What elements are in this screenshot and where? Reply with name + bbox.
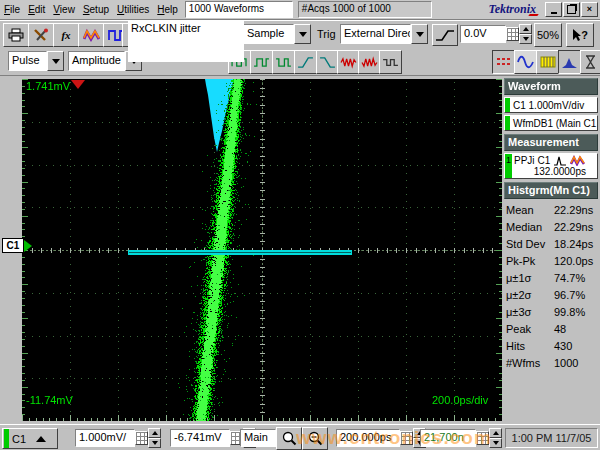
question-mark-icon: ? — [581, 29, 588, 41]
measure-pos-jitter-button[interactable] — [337, 50, 360, 74]
keypad-icon[interactable] — [400, 431, 413, 445]
step-up-button[interactable] — [148, 428, 161, 438]
stat-value: 99.8% — [554, 306, 585, 318]
step-up-button[interactable] — [489, 428, 502, 438]
waveform-icon — [83, 28, 100, 42]
close-button[interactable]: × — [581, 2, 598, 17]
measure-pos-width-button[interactable] — [250, 50, 273, 74]
stat-row: μ±1σ74.7% — [504, 269, 598, 286]
jitter-summary-icon — [382, 56, 399, 69]
step-down-button[interactable] — [489, 438, 502, 448]
horizontal-delay-group: 21,700n — [420, 429, 502, 447]
trigger-slope-button[interactable] — [432, 24, 458, 46]
tools-icon — [33, 28, 49, 42]
stat-value: 74.7% — [554, 272, 585, 284]
trigger-source-dropdown[interactable]: External Direct — [340, 24, 428, 44]
step-up-button[interactable] — [519, 24, 532, 34]
channel-marker[interactable]: C1 — [2, 238, 32, 253]
zoom-out-button[interactable] — [302, 427, 328, 450]
channel-select-button[interactable]: C1 — [2, 428, 58, 449]
measure-category-dropdown[interactable]: Pulse — [8, 51, 64, 71]
magnify-2-icon — [308, 431, 323, 446]
pos-jitter-icon — [340, 56, 357, 69]
waveform-panel-header: Waveform — [504, 78, 598, 95]
channel-marker-label: C1 — [2, 238, 24, 253]
measure-rise-time-button[interactable] — [294, 50, 317, 74]
measure-neg-jitter-button[interactable] — [358, 50, 381, 74]
keypad-icon[interactable] — [506, 27, 519, 41]
menu-utilities[interactable]: Utilities — [113, 2, 153, 17]
histogram-peak-button[interactable] — [558, 50, 581, 74]
stat-label: μ±1σ — [506, 272, 554, 284]
horizontal-delay-field[interactable]: 21,700n — [420, 429, 476, 447]
display-style-button[interactable] — [492, 50, 515, 74]
minimize-button[interactable] — [545, 2, 562, 17]
dropdown-arrow-icon[interactable] — [47, 51, 64, 71]
menu-edit[interactable]: Edit — [24, 2, 49, 17]
waveform-channel-button[interactable]: C1 1.000mV/div — [504, 97, 598, 113]
set-50-percent-button[interactable]: 50% — [534, 23, 562, 47]
waveform-button[interactable] — [78, 23, 104, 47]
keypad-icon[interactable] — [135, 431, 148, 445]
menu-help[interactable]: Help — [153, 2, 182, 17]
horizontal-scale-group: 200.000ps — [336, 429, 426, 447]
chevron-down-icon — [416, 32, 424, 37]
acquisition-count: #Acqs 1000 of 1000 — [298, 1, 432, 18]
menu-bar: File Edit View Setup Utilities Help 1000… — [0, 0, 600, 20]
channel-color-strip — [4, 429, 9, 448]
stat-row: Std Dev18.24ps — [504, 235, 598, 252]
stat-row: μ±2σ96.7% — [504, 286, 598, 303]
utility-tools-button[interactable] — [28, 23, 54, 47]
dropdown-arrow-icon[interactable] — [411, 24, 428, 44]
arrow-down-icon — [523, 37, 529, 41]
acquisition-mode-dropdown[interactable]: Sample — [243, 24, 311, 44]
measurement-readout-button[interactable]: 1 PPJi C1 132.0000ps — [504, 153, 598, 179]
scope-canvas[interactable] — [22, 79, 502, 421]
print-icon — [8, 28, 24, 42]
pos-width-icon — [253, 56, 270, 69]
restore-icon — [567, 5, 576, 14]
fall-time-icon — [319, 56, 336, 69]
keypad-icon[interactable] — [476, 431, 489, 445]
waveform-channel-label: C1 1.000mV/div — [513, 100, 584, 111]
vertical-scale-field[interactable]: 1.000mV/ — [75, 429, 135, 447]
measure-fall-time-button[interactable] — [316, 50, 339, 74]
stat-label: #Wfms — [506, 357, 554, 369]
horizontal-mode-field[interactable]: Main — [240, 429, 276, 447]
horizontal-scale-field[interactable]: 200.000ps — [336, 429, 400, 447]
arrow-down-icon — [493, 441, 499, 445]
eye-diagram-button[interactable] — [580, 50, 600, 74]
chevron-down-icon — [52, 59, 60, 64]
logo-accent — [528, 14, 538, 16]
trigger-level-field[interactable]: 0.0V — [460, 25, 506, 43]
dropdown-arrow-icon[interactable] — [294, 24, 311, 44]
vertical-offset-field[interactable]: -6.741mV — [170, 429, 230, 447]
measure-jitter-summary-button[interactable] — [379, 50, 402, 74]
waveform-view-button[interactable] — [514, 50, 537, 74]
measurement-name: PPJi — [514, 155, 535, 166]
step-down-button[interactable] — [519, 34, 532, 44]
trig-label: Trig — [317, 28, 336, 40]
measure-neg-width-button[interactable] — [272, 50, 295, 74]
graticule-display[interactable] — [22, 79, 502, 421]
math-button[interactable]: fx — [53, 23, 79, 47]
stat-label: μ±2σ — [506, 289, 554, 301]
trigger-level-stepper — [519, 24, 532, 44]
acquisition-mode-value: Sample — [243, 24, 294, 44]
stat-label: Pk-Pk — [506, 255, 554, 267]
histogram-bars-button[interactable] — [536, 50, 559, 74]
menu-file[interactable]: File — [0, 2, 24, 17]
tektronix-logo: Tektronix — [488, 2, 536, 17]
restore-button[interactable] — [563, 2, 580, 17]
zoom-in-button[interactable] — [276, 427, 302, 450]
stat-label: Hits — [506, 340, 554, 352]
print-button[interactable] — [3, 23, 29, 47]
waveform-database-button[interactable]: WfmDB1 (Main C1 — [504, 115, 598, 131]
menu-view[interactable]: View — [49, 2, 79, 17]
neg-jitter-icon — [361, 56, 378, 69]
tooltip-text: RxCLKIN jitter — [131, 22, 201, 34]
stat-row: μ±3σ99.8% — [504, 303, 598, 320]
step-down-button[interactable] — [148, 438, 161, 448]
menu-setup[interactable]: Setup — [79, 2, 113, 17]
context-help-button[interactable]: ? — [566, 23, 594, 47]
